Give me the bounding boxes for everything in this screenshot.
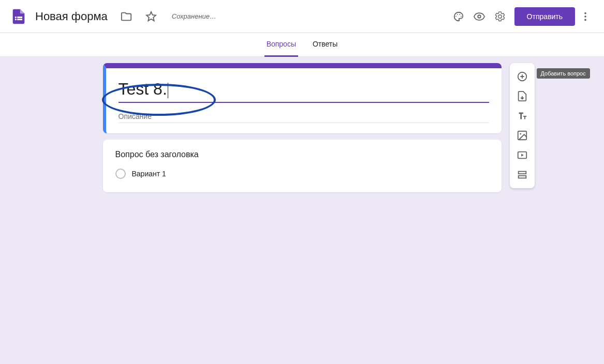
svg-point-8 [478,15,481,18]
question-card[interactable]: Вопрос без заголовка Вариант 1 [103,140,502,192]
add-video-icon[interactable] [513,146,532,164]
form-body: Test 8. Вопрос без заголовка Вариант 1 [103,63,502,192]
header-form-name[interactable]: Новая форма [35,10,108,23]
add-question-icon[interactable] [513,67,532,86]
svg-rect-0 [15,17,17,18]
form-canvas: Test 8. Вопрос без заголовка Вариант 1 [0,57,604,364]
svg-rect-17 [518,176,526,178]
add-section-icon[interactable] [513,165,532,184]
form-title-card[interactable]: Test 8. [103,63,502,133]
form-title-text: Test 8. [119,80,167,98]
tabs-row: Вопросы Ответы [0,33,604,57]
text-cursor [168,83,168,98]
add-question-tooltip: Добавить вопрос [537,68,590,79]
question-title[interactable]: Вопрос без заголовка [115,150,489,159]
svg-point-7 [461,16,462,17]
svg-point-14 [520,133,521,134]
app-header: Новая форма Сохранение… Отправить [0,0,604,33]
send-button[interactable]: Отправить [514,7,575,26]
svg-point-4 [455,16,456,17]
svg-rect-1 [17,17,22,18]
header-left-actions [116,6,161,27]
radio-icon [115,169,126,179]
save-status-text: Сохранение… [172,12,216,20]
svg-rect-16 [518,172,526,174]
option-text[interactable]: Вариант 1 [132,170,166,178]
import-questions-icon[interactable] [513,87,532,105]
settings-icon[interactable] [490,6,510,27]
more-icon[interactable] [575,6,596,27]
svg-point-9 [584,12,586,14]
add-title-icon[interactable] [513,107,532,125]
add-image-icon[interactable] [513,126,532,145]
star-icon[interactable] [141,6,161,27]
side-toolbar [510,63,535,188]
tab-responses[interactable]: Ответы [311,33,340,57]
svg-point-10 [584,16,586,18]
svg-point-6 [459,13,460,14]
svg-rect-2 [15,19,17,20]
option-row[interactable]: Вариант 1 [115,169,489,179]
palette-icon[interactable] [448,6,469,27]
forms-logo[interactable] [8,6,29,27]
tab-questions[interactable]: Вопросы [264,33,298,57]
svg-point-11 [584,19,586,21]
svg-rect-3 [17,19,22,20]
folder-icon[interactable] [116,6,137,27]
form-title-input[interactable]: Test 8. [119,80,489,103]
form-description-input[interactable] [119,110,489,123]
svg-point-5 [456,13,458,14]
preview-icon[interactable] [469,6,490,27]
